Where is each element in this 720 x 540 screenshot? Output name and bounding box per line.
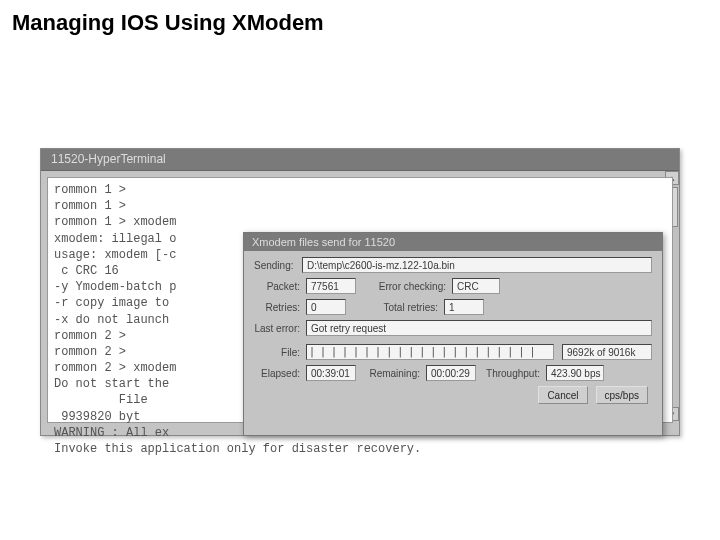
label-throughput: Throughput: <box>484 368 546 379</box>
field-remaining: 00:00:29 <box>426 365 476 381</box>
terminal-pane: rommon 1 > rommon 1 > rommon 1 > xmodem … <box>47 177 673 423</box>
dialog-title: Xmodem files send for 11520 <box>244 233 662 251</box>
label-elapsed: Elapsed: <box>254 368 306 379</box>
field-sending: D:\temp\c2600-is-mz.122-10a.bin <box>302 257 652 273</box>
label-remaining: Remaining: <box>364 368 426 379</box>
field-total-retries: 1 <box>444 299 484 315</box>
xmodem-send-dialog: Xmodem files send for 11520 Sending: D:\… <box>243 232 663 436</box>
field-throughput: 423.90 bps <box>546 365 604 381</box>
label-retries: Retries: <box>254 302 306 313</box>
field-packet: 77561 <box>306 278 356 294</box>
progress-bar: ||||||||||||||||||||| <box>306 344 554 360</box>
label-sending: Sending: <box>254 260 302 271</box>
progress-marks: ||||||||||||||||||||| <box>309 346 540 357</box>
label-total-retries: Total retries: <box>364 302 444 313</box>
label-packet: Packet: <box>254 281 306 292</box>
cancel-button[interactable]: Cancel <box>538 386 587 404</box>
label-error-checking: Error checking: <box>372 281 452 292</box>
field-retries: 0 <box>306 299 346 315</box>
field-file-status: 9692k of 9016k <box>562 344 652 360</box>
field-error-checking: CRC <box>452 278 500 294</box>
hyperterminal-window: 11520-HyperTerminal ▲ ▼ rommon 1 > rommo… <box>40 148 680 436</box>
cpsbps-button[interactable]: cps/bps <box>596 386 648 404</box>
label-last-error: Last error: <box>254 323 306 334</box>
field-last-error: Got retry request <box>306 320 652 336</box>
page-title: Managing IOS Using XModem <box>0 0 720 46</box>
titlebar: 11520-HyperTerminal <box>41 149 679 171</box>
label-file: File: <box>254 347 306 358</box>
field-elapsed: 00:39:01 <box>306 365 356 381</box>
